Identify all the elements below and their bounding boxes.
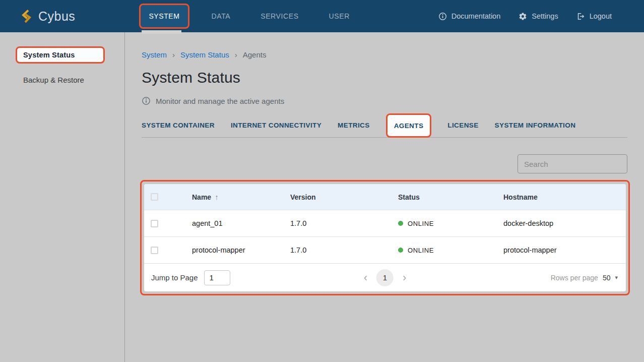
logout-button[interactable]: Logout (576, 12, 612, 21)
logout-icon (576, 12, 585, 21)
previous-page-button[interactable]: ‹ (362, 272, 369, 283)
chevron-down-icon: ▾ (615, 274, 618, 281)
status-label: ONLINE (408, 247, 434, 254)
main-nav: SYSTEM DATA SERVICES USER (139, 4, 358, 29)
sidebar-item-system-status[interactable]: System Status (16, 46, 105, 64)
cybus-logo-icon (20, 9, 33, 24)
nav-item-system[interactable]: SYSTEM (141, 5, 187, 27)
cell-version: 1.7.0 (290, 246, 398, 254)
brand-logo[interactable]: Cybus (20, 9, 75, 24)
table-row[interactable]: agent_01 1.7.0 ONLINE docker-desktop (144, 210, 626, 236)
jump-to-page-input[interactable] (204, 270, 230, 285)
nav-item-services[interactable]: SERVICES (252, 5, 306, 27)
table-footer: Jump to Page ‹ 1 › Rows per page 50 ▾ (144, 263, 626, 291)
main-content: System › System Status › Agents System S… (125, 32, 644, 362)
breadcrumb: System › System Status › Agents (142, 50, 627, 59)
column-header-version[interactable]: Version (290, 193, 398, 201)
nav-item-data[interactable]: DATA (204, 5, 239, 27)
row-checkbox[interactable] (151, 220, 158, 227)
page-description-text: Monitor and manage the active agents (156, 97, 284, 105)
sidebar-item-backup-restore[interactable]: Backup & Restore (23, 76, 124, 84)
info-icon (142, 96, 151, 105)
documentation-button[interactable]: Documentation (438, 12, 501, 21)
online-status-dot (398, 221, 403, 226)
active-nav-indicator (142, 30, 181, 34)
page-title: System Status (142, 69, 627, 86)
annotation-highlight-agents-table: Name ↑ Version Status Hostname agent_01 … (140, 180, 630, 295)
annotation-highlight-system: SYSTEM (139, 4, 189, 29)
cell-status: ONLINE (398, 220, 503, 227)
search-box[interactable] (518, 154, 627, 173)
tab-system-information[interactable]: SYSTEM INFORMATION (495, 122, 576, 129)
cell-name: protocol-mapper (192, 246, 290, 254)
column-label-name: Name (192, 193, 211, 201)
column-header-status[interactable]: Status (398, 193, 503, 201)
table-header-row: Name ↑ Version Status Hostname (144, 184, 626, 210)
gear-icon (519, 12, 527, 21)
breadcrumb-separator: › (235, 50, 237, 59)
header-checkbox-cell (144, 193, 192, 201)
cell-version: 1.7.0 (290, 219, 398, 227)
tab-internet-connectivity[interactable]: INTERNET CONNECTIVITY (231, 122, 321, 129)
sidebar: System Status Backup & Restore (0, 32, 125, 362)
tab-system-container[interactable]: SYSTEM CONTAINER (142, 122, 215, 129)
online-status-dot (398, 248, 403, 253)
settings-button[interactable]: Settings (519, 12, 558, 21)
row-checkbox-cell (144, 247, 192, 254)
tab-agents[interactable]: AGENTS (394, 122, 424, 130)
top-navbar: Cybus SYSTEM DATA SERVICES USER Document… (0, 0, 644, 32)
sidebar-item-label: System Status (23, 51, 75, 59)
tab-metrics[interactable]: METRICS (338, 122, 370, 129)
search-input[interactable] (524, 160, 624, 168)
sort-asc-icon: ↑ (215, 193, 219, 201)
cell-hostname: protocol-mapper (503, 246, 626, 254)
nav-item-user[interactable]: USER (321, 5, 358, 27)
table-row[interactable]: protocol-mapper 1.7.0 ONLINE protocol-ma… (144, 236, 626, 263)
documentation-label: Documentation (452, 12, 501, 20)
row-checkbox-cell (144, 220, 192, 227)
next-page-button[interactable]: › (401, 272, 408, 283)
column-header-hostname[interactable]: Hostname (503, 193, 626, 201)
jump-to-page-label: Jump to Page (151, 273, 198, 282)
status-label: ONLINE (408, 220, 434, 227)
breadcrumb-link-system-status[interactable]: System Status (180, 50, 229, 59)
cell-name: agent_01 (192, 219, 290, 227)
rows-per-page-value: 50 (603, 274, 611, 282)
info-icon (438, 12, 447, 21)
row-checkbox[interactable] (151, 247, 158, 254)
breadcrumb-separator: › (172, 50, 175, 59)
pager: ‹ 1 › (362, 269, 409, 286)
breadcrumb-current-agents: Agents (243, 50, 267, 59)
tab-license[interactable]: LICENSE (447, 122, 478, 129)
section-tabs: SYSTEM CONTAINER INTERNET CONNECTIVITY M… (142, 113, 627, 138)
select-all-checkbox[interactable] (151, 193, 158, 201)
breadcrumb-link-system[interactable]: System (142, 50, 167, 59)
column-header-name[interactable]: Name ↑ (192, 193, 290, 201)
cell-status: ONLINE (398, 247, 503, 254)
brand-name: Cybus (38, 9, 75, 24)
rows-per-page-control[interactable]: Rows per page 50 ▾ (551, 274, 618, 282)
search-row (142, 154, 627, 173)
logout-label: Logout (590, 12, 612, 20)
agents-table: Name ↑ Version Status Hostname agent_01 … (144, 184, 626, 291)
rows-per-page-label: Rows per page (551, 274, 598, 282)
page-number-button[interactable]: 1 (376, 269, 394, 286)
app-shell: System Status Backup & Restore System › … (0, 32, 644, 362)
page-description: Monitor and manage the active agents (142, 96, 627, 105)
cell-hostname: docker-desktop (503, 219, 626, 227)
settings-label: Settings (532, 12, 558, 20)
annotation-highlight-agents: AGENTS (386, 113, 432, 138)
nav-actions: Documentation Settings Logout (438, 12, 612, 21)
